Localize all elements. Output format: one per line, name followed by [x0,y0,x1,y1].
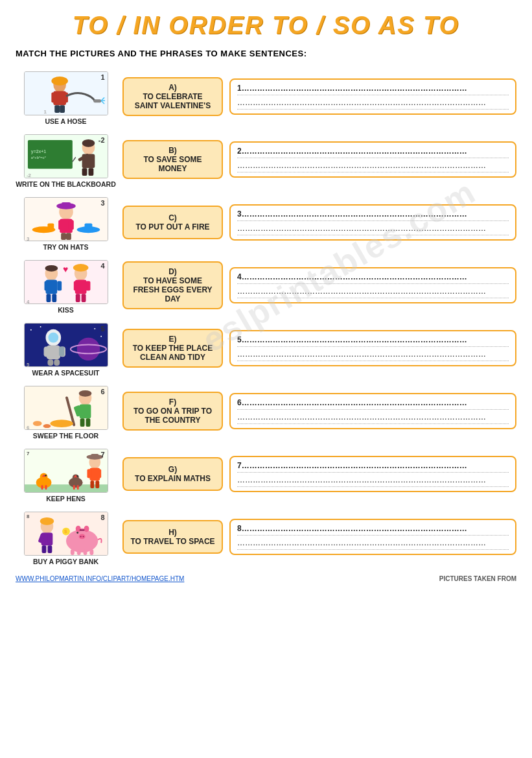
pic-label-6: SWEEP THE FLOOR [33,432,98,440]
page-title: TO / IN ORDER TO / SO AS TO [16,12,516,40]
svg-text:♥: ♥ [63,264,68,274]
answer-num-5: 5…………………………………………………………………………… [237,335,509,347]
svg-point-57 [30,329,31,330]
svg-text:8: 8 [26,513,29,519]
svg-rect-28 [58,220,64,230]
answer-line2-2: …………………………………………………………………………………… [237,161,509,172]
answer-line2-1: …………………………………………………………………………………… [237,98,509,110]
answer-box-5: 5………………………………………………………………………………………………………… [229,330,516,366]
svg-rect-119 [79,529,84,530]
pic-label-4: KISS [58,306,74,314]
svg-text:6: 6 [26,424,29,429]
svg-point-114 [80,536,81,537]
phrase-box-6: F) TO GO ON A TRIP TO THE COUNTRY [122,392,223,431]
svg-text:5: 5 [26,361,29,366]
svg-rect-5 [54,105,60,113]
phrase-box-4: D) TO HAVE SOME FRESH EGGS EVERY DAY [122,261,223,309]
svg-text:y=2x+1: y=2x+1 [30,148,46,154]
svg-text:-2: -2 [26,172,31,178]
picture-col-7: 7 7KEEP HENS [16,445,116,503]
svg-point-98 [76,475,78,477]
phrase-col-3: C) TO PUT OUT A FIRE [122,206,223,239]
pic-num-7: 7 [100,451,104,458]
svg-point-117 [75,525,80,532]
svg-rect-94 [45,485,47,490]
footer-link[interactable]: WWW.PHILOPMARTIN.INFO/CLIPART/HOMEPAGE.H… [16,575,184,582]
svg-rect-71 [59,346,64,356]
pic-label-1: USE A HOSE [45,117,87,125]
row-7: 7 7KEEP HENSG) TO EXPLAIN MATHS7……………………… [16,445,516,503]
svg-rect-6 [60,105,65,113]
answer-box-1: 1………………………………………………………………………………………………………… [229,78,516,115]
svg-text:7: 7 [26,450,29,456]
svg-rect-8 [93,99,101,102]
picture-box-3: 3 3 [24,197,108,241]
picture-box-8: $ 8 8 [24,512,108,556]
svg-rect-99 [73,485,75,490]
svg-rect-100 [76,485,78,490]
svg-rect-3 [51,92,56,102]
svg-rect-84 [86,418,90,427]
svg-rect-35 [47,223,54,231]
svg-rect-52 [81,294,86,302]
picture-box-5: 5 5 [24,323,108,367]
svg-point-85 [78,390,91,396]
svg-rect-4 [63,92,68,102]
svg-point-62 [76,337,99,360]
pic-num-6: 6 [100,388,104,396]
phrase-box-2: B) TO SAVE SOME MONEY [122,140,223,179]
picture-col-2: y=2x+1 a²+b²=c² -2 -2WRITE ON THE BLACKB… [16,131,116,188]
svg-rect-42 [44,281,49,290]
svg-text:3: 3 [26,235,29,241]
picture-col-3: 3 3TRY ON HATS [16,194,116,251]
picture-col-6: 6 6SWEEP THE FLOOR [16,383,116,440]
answer-num-2: 2…………………………………………………………………………… [237,147,509,158]
svg-point-60 [94,327,95,329]
svg-rect-69 [47,359,53,366]
pic-label-7: KEEP HENS [46,495,86,503]
svg-point-65 [48,332,58,342]
svg-rect-103 [87,469,91,478]
svg-rect-130 [41,545,46,553]
phrase-box-7: G) TO EXPLAIN MATHS [122,457,223,491]
svg-rect-45 [52,294,56,302]
pic-label-8: BUY A PIGGY BANK [33,558,98,565]
svg-point-75 [43,424,51,428]
svg-rect-50 [86,281,90,290]
svg-rect-44 [46,294,51,302]
svg-rect-105 [90,480,94,488]
answer-box-8: 8………………………………………………………………………………………………………… [229,519,516,555]
svg-rect-21 [82,168,87,176]
answer-line2-7: …………………………………………………………………………………… [237,475,509,487]
picture-box-2: y=2x+1 a²+b²=c² -2 -2 [24,134,108,178]
phrase-col-2: B) TO SAVE SOME MONEY [122,140,223,179]
svg-point-53 [73,263,88,271]
svg-rect-131 [47,545,52,553]
svg-point-115 [82,536,84,537]
subtitle: MATCH THE PICTURES AND THE PHRASES TO MA… [16,49,516,58]
answer-box-2: 2………………………………………………………………………………………………………… [229,141,516,178]
footer-right: PICTURES TAKEN FROM [439,575,516,582]
svg-point-46 [45,265,58,271]
svg-text:4: 4 [26,298,29,303]
answer-num-7: 7…………………………………………………………………………… [237,461,509,473]
phrase-col-5: E) TO KEEP THE PLACE CLEAN AND TIDY [122,329,223,368]
answer-col-7: 7………………………………………………………………………………………………………… [229,456,516,492]
svg-rect-33 [62,202,71,207]
answer-col-5: 5………………………………………………………………………………………………………… [229,330,516,366]
svg-point-78 [50,420,73,427]
picture-col-1: 1 1USE A HOSE [16,68,116,125]
row-1: 1 1USE A HOSEA) TO CELEBRATE SAINT VALEN… [16,67,516,126]
answer-box-7: 7………………………………………………………………………………………………………… [229,456,516,492]
pic-label-2: WRITE ON THE BLACKBOARD [16,180,116,188]
svg-point-92 [45,474,47,476]
pic-num-2: -2 [98,136,105,144]
svg-rect-120 [70,549,74,555]
answer-col-1: 1………………………………………………………………………………………………………… [229,78,516,115]
phrase-box-8: H) TO TRAVEL TO SPACE [122,520,223,554]
svg-rect-123 [89,549,93,555]
pic-label-3: TRY ON HATS [43,243,89,251]
svg-point-7 [51,76,68,85]
answer-box-3: 3………………………………………………………………………………………………………… [229,204,516,241]
picture-col-5: 5 5WEAR A SPACESUIT [16,320,116,377]
